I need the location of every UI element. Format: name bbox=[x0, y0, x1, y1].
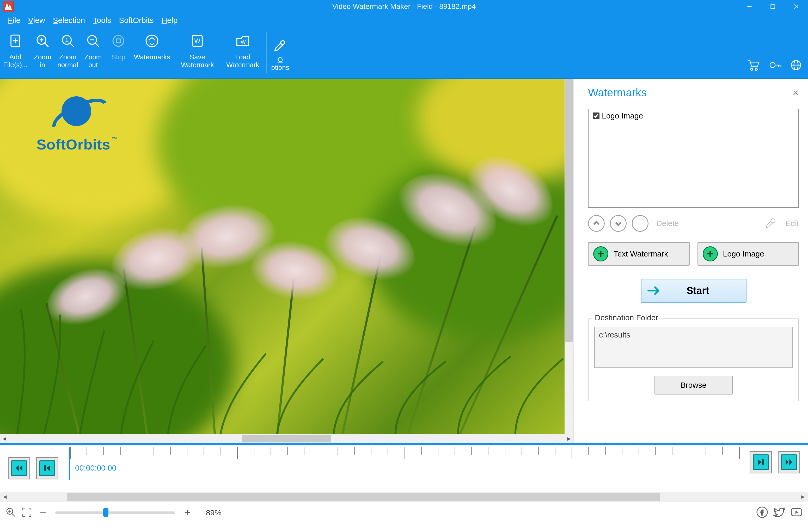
svg-rect-32 bbox=[44, 466, 46, 471]
watermark-list[interactable]: Logo Image bbox=[588, 109, 799, 208]
zoom-out-icon bbox=[85, 33, 101, 49]
title-bar: Video Watermark Maker - Field - 89182.mp… bbox=[0, 0, 808, 13]
menu-help[interactable]: Help bbox=[162, 16, 178, 25]
zoom-in-icon bbox=[35, 33, 50, 49]
tool-watermarks[interactable]: Watermarks bbox=[129, 27, 175, 78]
zoom-normal-icon: 1 bbox=[60, 33, 76, 49]
svg-point-17 bbox=[113, 35, 124, 46]
stop-icon bbox=[111, 33, 126, 49]
tool-add-files[interactable]: AddFile(s)... bbox=[0, 27, 31, 78]
menu-bar: File View Selection Tools SoftOrbits Hel… bbox=[0, 13, 808, 27]
move-up-button[interactable] bbox=[588, 215, 605, 232]
watermark-item-checkbox[interactable] bbox=[593, 113, 600, 119]
toolbar: AddFile(s)... Zoomin 1 Zoomnormal Zoomou… bbox=[0, 27, 808, 79]
watermark-list-item[interactable]: Logo Image bbox=[592, 111, 795, 120]
svg-point-25 bbox=[770, 62, 775, 68]
svg-point-24 bbox=[755, 68, 757, 70]
svg-line-16 bbox=[95, 43, 99, 46]
menu-tools[interactable]: Tools bbox=[93, 16, 111, 25]
menu-file[interactable]: File bbox=[8, 16, 20, 25]
svg-line-13 bbox=[70, 43, 74, 46]
cart-icon[interactable] bbox=[747, 58, 760, 73]
timeline-rewind-start-button[interactable] bbox=[8, 457, 30, 479]
start-arrow-icon bbox=[645, 285, 663, 296]
maximize-button[interactable] bbox=[761, 0, 785, 13]
save-watermark-icon: W bbox=[189, 33, 205, 49]
watermark-overlay[interactable]: SoftOrbits™ bbox=[36, 89, 116, 153]
fit-screen-icon[interactable] bbox=[21, 507, 32, 519]
watermarks-panel: Watermarks ✕ Logo Image Delete Edit bbox=[573, 79, 808, 443]
timeline-step-back-button[interactable] bbox=[36, 457, 58, 479]
timeline-step-forward-button[interactable] bbox=[750, 451, 772, 473]
tool-zoom-out[interactable]: Zoomout bbox=[81, 27, 105, 78]
tool-options[interactable]: Options bbox=[268, 32, 292, 74]
timeline-timecode: 00:00:00 00 bbox=[75, 463, 116, 472]
grass-decor bbox=[0, 263, 573, 434]
timeline-ruler[interactable]: 00:00:00 00 bbox=[69, 448, 739, 480]
preview-vertical-scrollbar[interactable] bbox=[565, 79, 573, 434]
add-text-watermark-button[interactable]: + Text Watermark bbox=[588, 242, 690, 266]
tool-stop: Stop bbox=[107, 27, 129, 78]
watermark-brand-text: SoftOrbits bbox=[36, 136, 111, 153]
svg-line-10 bbox=[45, 43, 49, 46]
destination-legend: Destination Folder bbox=[592, 313, 661, 322]
zoom-in-button[interactable]: + bbox=[182, 507, 193, 519]
svg-text:W: W bbox=[195, 37, 200, 44]
tool-zoom-in[interactable]: Zoomin bbox=[31, 27, 54, 78]
add-logo-image-button[interactable]: + Logo Image bbox=[697, 242, 799, 266]
svg-rect-33 bbox=[763, 459, 764, 466]
facebook-icon[interactable] bbox=[756, 506, 768, 519]
key-icon[interactable] bbox=[768, 58, 782, 73]
zoom-slider[interactable] bbox=[55, 511, 175, 514]
youtube-icon[interactable] bbox=[790, 506, 803, 519]
destination-path[interactable]: c:\results bbox=[594, 327, 793, 368]
panel-title: Watermarks bbox=[588, 87, 647, 99]
edit-button[interactable]: Edit bbox=[785, 219, 799, 228]
svg-rect-1 bbox=[771, 4, 775, 8]
delete-button[interactable]: Delete bbox=[656, 219, 679, 228]
remove-button[interactable] bbox=[632, 215, 648, 232]
load-watermark-icon: W bbox=[235, 33, 251, 49]
watermark-item-label: Logo Image bbox=[602, 111, 643, 120]
close-button[interactable] bbox=[785, 0, 808, 13]
svg-point-19 bbox=[146, 35, 158, 47]
scroll-left-icon[interactable]: ◄ bbox=[0, 434, 9, 443]
zoom-out-button[interactable]: − bbox=[38, 507, 49, 519]
svg-text:1: 1 bbox=[65, 37, 69, 43]
svg-point-23 bbox=[750, 68, 752, 70]
svg-rect-18 bbox=[116, 39, 121, 43]
app-icon bbox=[3, 1, 14, 12]
options-icon bbox=[272, 38, 288, 53]
globe-icon[interactable] bbox=[789, 58, 803, 73]
menu-view[interactable]: View bbox=[28, 16, 45, 25]
zoom-reset-icon[interactable] bbox=[5, 507, 16, 519]
tool-zoom-normal[interactable]: 1 Zoomnormal bbox=[54, 27, 81, 78]
minimize-button[interactable] bbox=[738, 0, 761, 13]
twitter-icon[interactable] bbox=[773, 506, 786, 519]
preview-horizontal-scrollbar[interactable]: ◄ ► bbox=[0, 434, 573, 443]
planet-icon bbox=[54, 89, 98, 133]
zoom-percent: 89% bbox=[206, 508, 222, 517]
svg-line-35 bbox=[12, 514, 15, 516]
video-preview[interactable]: SoftOrbits™ bbox=[0, 79, 573, 434]
browse-button[interactable]: Browse bbox=[655, 376, 733, 395]
svg-text:W: W bbox=[241, 39, 246, 45]
start-button[interactable]: Start bbox=[641, 279, 747, 303]
tool-load-watermark[interactable]: W LoadWatermark bbox=[220, 27, 265, 78]
timeline-forward-end-button[interactable] bbox=[778, 451, 800, 473]
tool-save-watermark[interactable]: W SaveWatermark bbox=[175, 27, 220, 78]
add-file-icon bbox=[7, 33, 23, 49]
timeline-scrollbar[interactable]: ◄ ► bbox=[0, 492, 808, 502]
status-bar: − + 89% bbox=[0, 502, 808, 523]
scroll-right-icon[interactable]: ► bbox=[565, 434, 573, 443]
plus-icon: + bbox=[593, 246, 608, 262]
window-title: Video Watermark Maker - Field - 89182.mp… bbox=[0, 2, 808, 11]
menu-softorbits[interactable]: SoftOrbits bbox=[119, 16, 153, 25]
destination-folder-group: Destination Folder c:\results Browse bbox=[588, 319, 799, 401]
wrench-icon[interactable] bbox=[765, 216, 777, 230]
panel-close-icon[interactable]: ✕ bbox=[792, 88, 799, 97]
menu-selection[interactable]: Selection bbox=[53, 16, 85, 25]
plus-icon: + bbox=[703, 246, 718, 262]
move-down-button[interactable] bbox=[610, 215, 627, 232]
watermarks-icon bbox=[144, 33, 160, 49]
